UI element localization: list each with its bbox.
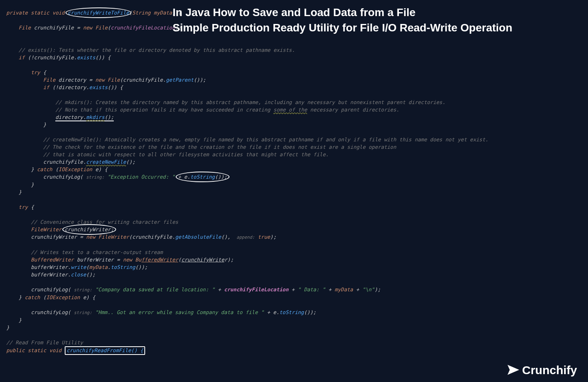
title-overlay: In Java How to Save and Load Data from a… (173, 5, 576, 35)
title-line-1: In Java How to Save and Load Data from a… (173, 5, 576, 19)
circle-method-name: crunchifyWriteToFile (68, 9, 129, 16)
brand-text: Crunchify (522, 366, 577, 374)
circle-writer-var: crunchifyWriter; (65, 226, 114, 233)
brand-logo: Crunchify (506, 363, 577, 377)
box-read-method: crunchifyReadFromFile() { (65, 346, 146, 355)
title-line-2: Simple Production Ready Utility for File… (173, 21, 576, 35)
underline-mkdirs: directory.mkdirs(); (55, 114, 114, 121)
circle-tostring: + e.toString()); (178, 173, 227, 181)
send-icon (506, 363, 520, 377)
code-editor: private static void crunchifyWriteToFile… (0, 0, 588, 355)
